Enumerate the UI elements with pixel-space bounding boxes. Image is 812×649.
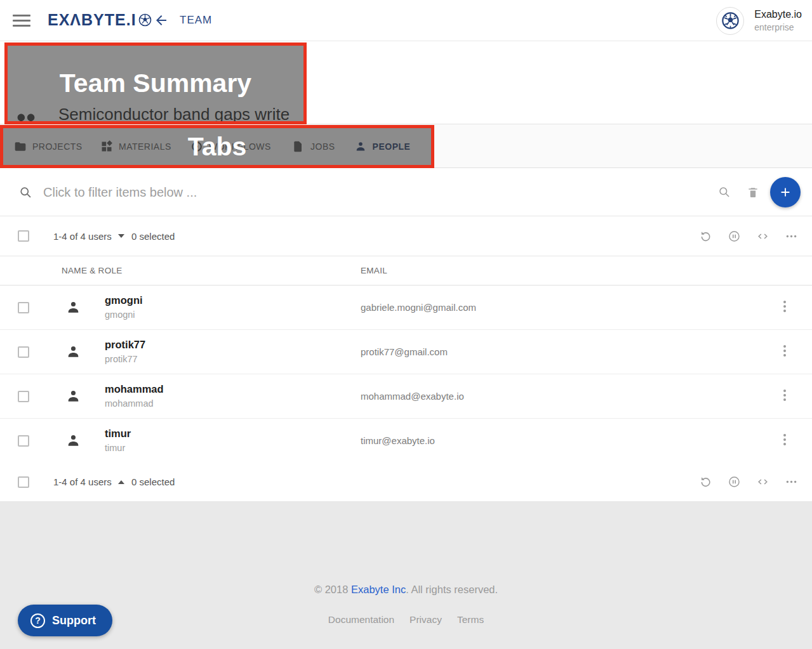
file-icon [292, 140, 305, 153]
pause-circle-icon[interactable] [728, 230, 741, 243]
exabyte-logo[interactable]: EXΛBYTE.I [48, 11, 152, 29]
add-user-button[interactable] [770, 177, 801, 207]
tab-projects[interactable]: PROJECTS [14, 124, 83, 168]
table-row[interactable]: protik77 protik77 protik77@gmail.com [0, 330, 812, 374]
tab-label: WORKFLOWS [209, 141, 271, 152]
person-icon [65, 388, 81, 404]
user-email: mohammad@exabyte.io [361, 374, 464, 418]
pagination-range: 1-4 of 4 users [53, 231, 112, 242]
table-row[interactable]: timur timur timur@exabyte.io [0, 419, 812, 463]
user-email: gabriele.mogni@gmail.com [361, 285, 476, 329]
list-toolbar-bottom: 1-4 of 4 users 0 selected [0, 462, 812, 501]
back-arrow-icon[interactable] [154, 13, 169, 28]
tab-bar: PROJECTS MATERIALS WORKFLOWS JOBS PEOPLE [0, 124, 812, 168]
person-icon [65, 299, 81, 315]
row-checkbox[interactable] [18, 302, 29, 313]
column-email: EMAIL [361, 256, 387, 285]
person-icon [65, 344, 81, 360]
column-name-role: NAME & ROLE [62, 256, 123, 285]
selected-count: 0 selected [131, 462, 175, 501]
footer-links: Documentation Privacy Terms [0, 614, 812, 626]
account-plan: enterprise [754, 22, 802, 32]
row-menu-icon[interactable] [780, 345, 789, 360]
row-menu-icon[interactable] [780, 434, 789, 449]
person-icon [65, 433, 81, 449]
chevron-down-icon [118, 234, 124, 238]
copyright-prefix: © 2018 [314, 584, 351, 595]
user-name: timur [105, 428, 131, 440]
search-button-icon[interactable] [718, 186, 731, 199]
select-all-checkbox[interactable] [18, 230, 29, 242]
link-terms[interactable]: Terms [457, 614, 484, 626]
page-title: TEAM [180, 14, 212, 27]
tab-label: PEOPLE [373, 141, 411, 152]
code-icon[interactable] [756, 230, 769, 243]
copyright-line: © 2018 Exabyte Inc. All rights reserved. [0, 584, 812, 596]
tab-people[interactable]: PEOPLE [345, 124, 420, 168]
person-icon [354, 140, 367, 153]
link-privacy[interactable]: Privacy [409, 614, 442, 626]
pagination-dropdown[interactable]: 1-4 of 4 users [53, 216, 124, 256]
filter-bar [0, 168, 812, 216]
company-link[interactable]: Exabyte Inc [351, 584, 406, 595]
user-email: timur@exabyte.io [361, 419, 435, 462]
row-checkbox[interactable] [18, 346, 29, 358]
app-header: EXΛBYTE.I TEAM Exabyte.io enterprise [0, 0, 812, 41]
row-checkbox[interactable] [18, 391, 29, 402]
pagination-range: 1-4 of 4 users [53, 476, 112, 487]
selected-count: 0 selected [131, 216, 175, 256]
user-name: gmogni [105, 294, 143, 306]
team-summary-band: Semiconductor band gaps write Semiconduc… [0, 41, 812, 124]
folder-icon [14, 140, 27, 153]
user-name: mohammad [105, 383, 164, 395]
support-label: Support [52, 614, 96, 627]
user-role: timur [105, 443, 125, 453]
user-email: protik77@gmail.com [361, 330, 448, 374]
account-avatar [716, 7, 744, 35]
search-icon [19, 186, 32, 199]
team-page: EXΛBYTE.I TEAM Exabyte.io enterprise Sem… [0, 0, 812, 649]
tab-workflows[interactable]: WORKFLOWS [190, 124, 271, 168]
account-widget[interactable]: Exabyte.io enterprise [716, 0, 802, 41]
user-role: mohammad [105, 398, 154, 409]
soccer-ball-icon [138, 13, 152, 27]
select-all-checkbox[interactable] [18, 476, 29, 488]
team-title: Semiconductor band gaps write [58, 105, 290, 124]
pagination-dropdown[interactable]: 1-4 of 4 users [53, 462, 124, 501]
filter-input[interactable] [43, 180, 627, 205]
user-role: gmogni [105, 310, 135, 320]
help-icon: ? [30, 613, 45, 628]
tab-label: MATERIALS [119, 141, 171, 152]
table-row[interactable]: gmogni gmogni gabriele.mogni@gmail.com [0, 285, 812, 330]
menu-icon[interactable] [13, 15, 30, 27]
refresh-icon[interactable] [699, 230, 712, 243]
more-options-icon[interactable] [785, 230, 798, 243]
row-menu-icon[interactable] [780, 390, 789, 405]
code-icon[interactable] [756, 475, 769, 488]
logo-text: EXΛBYTE.I [48, 11, 136, 29]
tab-label: PROJECTS [32, 141, 83, 152]
tab-jobs[interactable]: JOBS [292, 124, 335, 168]
list-toolbar-top: 1-4 of 4 users 0 selected [0, 216, 812, 256]
chevron-up-icon [118, 480, 124, 484]
plus-icon [778, 185, 792, 199]
link-documentation[interactable]: Documentation [328, 614, 394, 626]
copyright-suffix: . All rights reserved. [406, 584, 498, 595]
more-options-icon[interactable] [785, 475, 798, 488]
user-name: protik77 [105, 339, 145, 351]
table-header: NAME & ROLE EMAIL [0, 256, 812, 285]
support-button[interactable]: ? Support [18, 605, 112, 636]
row-menu-icon[interactable] [780, 301, 789, 316]
refresh-icon[interactable] [699, 475, 712, 488]
tab-materials[interactable]: MATERIALS [100, 124, 171, 168]
tab-label: JOBS [310, 141, 335, 152]
account-name: Exabyte.io [754, 9, 802, 20]
page-footer: © 2018 Exabyte Inc. All rights reserved.… [0, 501, 812, 649]
workflow-icon [190, 140, 203, 153]
pause-circle-icon[interactable] [728, 475, 741, 488]
user-role: protik77 [105, 354, 138, 364]
widgets-icon [100, 140, 113, 153]
trash-icon[interactable] [747, 185, 759, 199]
table-row[interactable]: mohammad mohammad mohammad@exabyte.io [0, 374, 812, 419]
row-checkbox[interactable] [18, 435, 29, 447]
